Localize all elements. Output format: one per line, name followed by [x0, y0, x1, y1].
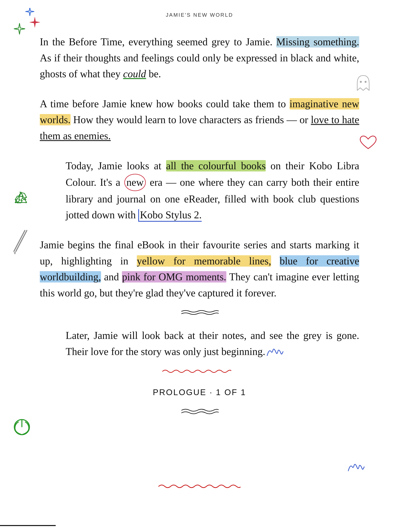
ghost-decoration — [353, 71, 373, 93]
paragraph-1: In the Before Time, everything seemed gr… — [40, 34, 359, 82]
power-decoration — [12, 417, 32, 437]
wavy-red-underline — [158, 483, 241, 490]
header-title-text: JAMIE'S NEW WORLD — [166, 12, 233, 18]
circle-new: new — [124, 174, 146, 191]
highlight-pink-moments: pink for OMG moments. — [122, 271, 226, 283]
paragraph-2: A time before Jamie knew how books could… — [40, 96, 359, 144]
highlight-yellow-lines: yellow for memorable lines, — [137, 255, 271, 266]
svg-line-3 — [14, 230, 25, 251]
stars-decoration — [12, 8, 44, 40]
highlight-colourful-books: all the colourful books — [166, 160, 266, 171]
footer-bottom-line — [0, 525, 56, 526]
paragraph-5: Later, Jamie will look back at their not… — [40, 328, 359, 360]
paragraph-3: Today, Jamie looks at all the colourful … — [40, 158, 359, 223]
kobo-stylus-underline: Kobo Stylus 2. — [138, 209, 202, 222]
paragraph-4: Jamie begins the final eBook in their fa… — [40, 237, 359, 301]
recycle-decoration — [12, 191, 30, 212]
italic-could: could — [123, 68, 146, 79]
wavy-bottom-decoration — [40, 368, 359, 376]
squiggle-lines — [40, 309, 359, 318]
page-title: JAMIE'S NEW WORLD — [0, 0, 399, 18]
svg-line-2 — [16, 230, 27, 251]
page-content: In the Before Time, everything seemed gr… — [0, 22, 399, 429]
svg-line-5 — [14, 251, 15, 254]
signature-decoration — [347, 463, 365, 473]
svg-point-0 — [360, 81, 362, 83]
svg-point-1 — [365, 81, 366, 83]
pencil-decoration — [13, 228, 29, 254]
heart-decoration — [359, 135, 377, 153]
underline-love-hate: love to hate them as enemies. — [40, 114, 359, 141]
footer-text: PROLOGUE · 1 OF 1 — [153, 388, 246, 397]
squiggle-decoration — [180, 407, 219, 417]
highlight-missing-something: Missing something. — [276, 36, 359, 47]
